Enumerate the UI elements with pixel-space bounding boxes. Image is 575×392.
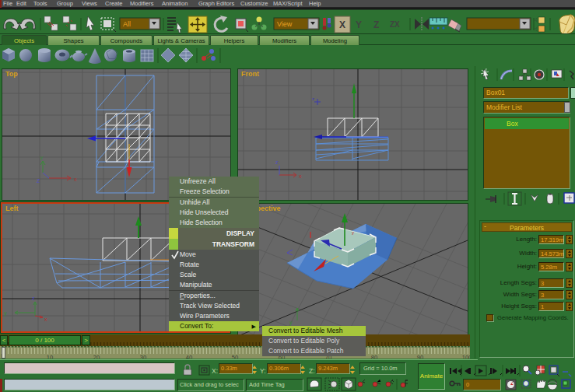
svg-text:y: y (4, 310, 7, 317)
svg-text:All: All (123, 20, 131, 28)
svg-text:View: View (277, 20, 293, 28)
svg-text:y: y (352, 230, 354, 235)
svg-text:Z: Z (37, 178, 40, 184)
svg-text:ZX: ZX (390, 20, 400, 29)
svg-text:Y: Y (40, 156, 44, 161)
svg-text:z: z (32, 296, 35, 301)
svg-text:Y: Y (356, 19, 362, 30)
svg-text:Y:: Y: (260, 367, 266, 375)
svg-text:Z:: Z: (309, 367, 315, 375)
svg-text:X: X (339, 19, 345, 30)
svg-text:X:: X: (212, 367, 218, 375)
svg-text:x: x (74, 177, 77, 182)
svg-text:Z: Z (373, 19, 379, 30)
svg-text:x: x (299, 173, 302, 179)
svg-text:x: x (44, 317, 47, 322)
svg-text:z: z (275, 159, 279, 165)
svg-text:z: z (312, 96, 314, 101)
svg-text:y: y (289, 320, 293, 326)
